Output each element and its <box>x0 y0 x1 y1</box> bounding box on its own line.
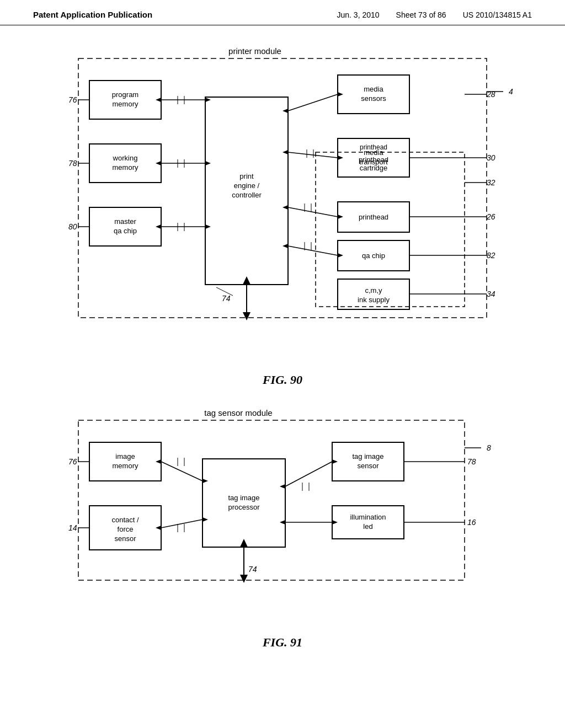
svg-marker-26 <box>205 224 211 229</box>
svg-line-85 <box>161 462 202 481</box>
media-sensors-label: media <box>364 85 383 93</box>
svg-line-47 <box>288 94 338 111</box>
fig90-ref34: 34 <box>487 290 495 298</box>
svg-text:led: led <box>363 522 372 531</box>
svg-text:ink supply: ink supply <box>358 296 390 304</box>
fig90-module-label: printer module <box>228 46 281 56</box>
svg-marker-16 <box>205 98 211 102</box>
svg-marker-24 <box>156 161 161 165</box>
fig90-ref30: 30 <box>487 153 495 162</box>
svg-text:engine /: engine / <box>234 181 260 190</box>
fig90-ref82: 82 <box>487 251 495 260</box>
svg-line-50 <box>288 152 338 158</box>
fig91-diagram: tag sensor module 8 image memory 76 cont… <box>45 404 520 613</box>
svg-marker-21 <box>205 161 211 165</box>
svg-text:sensors: sensors <box>361 94 386 103</box>
illum-led-label: illumination <box>350 513 386 521</box>
fig91-label: FIG. 91 <box>263 635 302 650</box>
page-header: Patent Application Publication Jun. 3, 2… <box>0 0 565 25</box>
fig91-ref16: 16 <box>467 518 476 527</box>
svg-text:memory: memory <box>113 100 138 108</box>
fig91-ref8: 8 <box>487 443 491 452</box>
svg-rect-68 <box>78 420 465 580</box>
svg-marker-105 <box>240 539 248 547</box>
sheet-info: Sheet 73 of 86 <box>396 10 446 19</box>
svg-text:sensor: sensor <box>114 534 136 543</box>
contact-force-label: contact / <box>111 516 139 524</box>
tag-image-sensor-label: tag image <box>352 452 383 461</box>
printhead-label: printhead <box>359 213 388 221</box>
print-engine-label: print <box>239 172 254 180</box>
master-qa-label: master <box>114 217 136 226</box>
svg-text:sensor: sensor <box>357 462 379 470</box>
fig90-ref4: 4 <box>509 87 513 96</box>
svg-marker-67 <box>243 276 250 285</box>
program-memory-label: program <box>112 90 138 99</box>
image-memory-label: image <box>115 452 135 461</box>
pub-date: Jun. 3, 2010 <box>337 10 380 19</box>
svg-line-90 <box>161 520 202 528</box>
svg-marker-97 <box>280 484 285 489</box>
working-memory-label: working <box>113 154 138 162</box>
svg-text:controller: controller <box>232 191 262 199</box>
printhead-cartridge-label: printhead <box>360 143 387 151</box>
fig91-ref78: 78 <box>467 457 476 466</box>
svg-marker-91 <box>202 517 208 522</box>
svg-marker-104 <box>240 575 248 583</box>
svg-marker-61 <box>338 253 343 258</box>
svg-line-55 <box>288 207 338 217</box>
svg-marker-96 <box>332 459 338 464</box>
publication-title: Patent Application Publication <box>33 10 152 19</box>
fig90-ref76: 76 <box>68 95 77 104</box>
fig90-ref26: 26 <box>486 212 495 221</box>
svg-marker-29 <box>156 224 161 229</box>
svg-text:memory: memory <box>113 163 138 172</box>
svg-marker-48 <box>338 92 343 97</box>
fig90-ref28: 28 <box>486 90 495 99</box>
svg-marker-19 <box>156 98 161 102</box>
diagrams: printer module 4 program memory 76 worki… <box>33 42 532 650</box>
svg-marker-66 <box>243 312 250 320</box>
svg-marker-102 <box>280 520 285 524</box>
fig90-label: FIG. 90 <box>263 373 302 387</box>
svg-line-60 <box>288 246 338 255</box>
fig90-ref78: 78 <box>68 159 77 168</box>
fig90-diagram: printer module 4 program memory 76 worki… <box>45 42 520 351</box>
svg-marker-92 <box>156 526 161 530</box>
fig91-ref74: 74 <box>248 565 257 574</box>
svg-text:qa chip: qa chip <box>114 227 137 235</box>
fig91-module-label: tag sensor module <box>204 408 272 417</box>
svg-marker-62 <box>282 244 288 248</box>
fig90-ref80: 80 <box>68 222 77 231</box>
patent-number: US 2010/134815 A1 <box>463 10 532 19</box>
tag-processor-label: tag image <box>228 494 259 502</box>
fig90-ref32: 32 <box>487 178 495 187</box>
svg-marker-87 <box>156 459 161 464</box>
svg-marker-51 <box>338 156 343 160</box>
svg-text:memory: memory <box>113 462 138 470</box>
svg-marker-56 <box>338 215 343 219</box>
svg-text:processor: processor <box>228 503 260 511</box>
svg-marker-86 <box>202 479 208 483</box>
fig91-ref14: 14 <box>68 523 77 532</box>
svg-marker-101 <box>332 520 338 524</box>
svg-marker-57 <box>282 205 288 210</box>
svg-marker-49 <box>282 109 288 113</box>
fig91-ref76: 76 <box>68 457 77 466</box>
main-content: printer module 4 program memory 76 worki… <box>0 25 565 666</box>
header-meta: Jun. 3, 2010 Sheet 73 of 86 US 2010/1348… <box>337 10 532 19</box>
qa-chip-label: qa chip <box>362 251 385 260</box>
cmy-ink-label: c,m,y <box>365 286 382 295</box>
svg-text:cartridge: cartridge <box>360 164 388 172</box>
svg-text:force: force <box>118 525 134 533</box>
svg-text:printhead: printhead <box>359 156 388 164</box>
svg-marker-52 <box>282 150 288 154</box>
fig90-ref74: 74 <box>222 294 231 303</box>
